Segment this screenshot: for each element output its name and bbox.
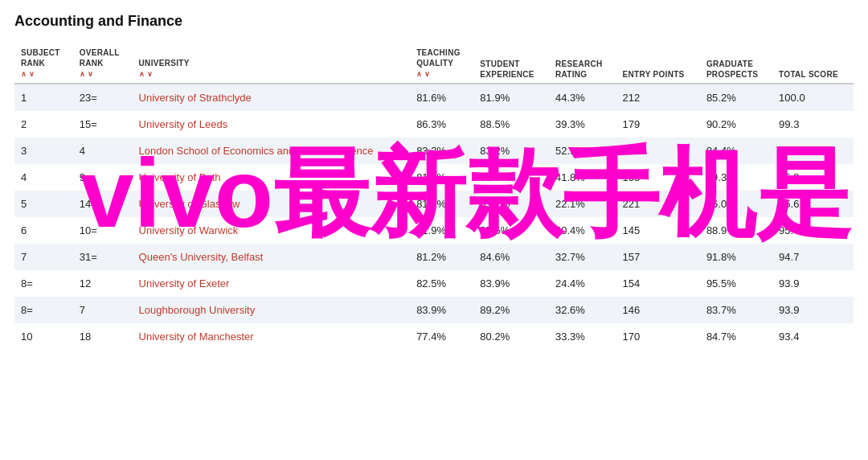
table-row: 8=12University of Exeter82.5%83.9%24.4%1… [14,270,854,297]
cell-total-score: 93.9 [772,270,854,297]
cell-research-rating: 22.1% [549,191,616,217]
university-link[interactable]: London School of Economics and Political… [139,145,374,157]
cell-university[interactable]: University of Glasgow [133,191,411,217]
cell-subject-rank: 10 [14,323,73,350]
cell-student-experience: 84.6% [473,244,549,270]
university-link[interactable]: University of Leeds [139,118,228,130]
cell-total-score: 99.3 [772,111,854,138]
cell-research-rating: 40.4% [549,217,616,244]
cell-graduate-prospects: 76.0% [700,191,772,217]
cell-total-score: 95.6 [772,191,854,217]
university-link[interactable]: University of Glasgow [139,198,240,210]
cell-research-rating: 24.4% [549,270,616,297]
cell-student-experience: 88.5% [473,111,549,138]
cell-university[interactable]: University of Leeds [133,111,411,138]
cell-graduate-prospects: 90.2% [700,111,772,138]
cell-teaching-quality: 81.2% [410,244,473,270]
col-university: UNIVERSITY ∧ ∨ [133,43,411,84]
sort-arrows-teaching-quality[interactable]: ∧ ∨ [416,70,430,80]
col-research-rating: RESEARCHRATING [549,43,616,84]
cell-subject-rank: 8= [14,297,73,323]
cell-total-score: 97.7 [772,138,854,164]
cell-entry-points: 179 [616,111,700,138]
cell-university[interactable]: University of Warwick [133,217,411,244]
cell-subject-rank: 8= [14,270,73,297]
table-row: 123=University of Strathclyde81.6%81.9%4… [14,84,854,111]
cell-teaching-quality: 83.2% [410,138,473,164]
cell-student-experience: 85.1% [473,191,549,217]
cell-subject-rank: 6 [14,217,73,244]
cell-teaching-quality: 77.4% [410,323,473,350]
university-link[interactable]: Queen's University, Belfast [139,251,264,263]
cell-total-score: 93.9 [772,297,854,323]
sort-arrows-overall-rank[interactable]: ∧ ∨ [80,70,93,80]
university-link[interactable]: University of Exeter [139,277,230,290]
table-row: 1018University of Manchester77.4%80.2%33… [14,323,854,350]
cell-teaching-quality: 81.0% [410,164,473,191]
cell-university[interactable]: Queen's University, Belfast [133,244,411,270]
cell-entry-points: 212 [616,84,700,111]
sort-arrows-subject-rank[interactable]: ∧ ∨ [21,70,35,80]
cell-student-experience: 85.5% [473,217,549,244]
cell-university[interactable]: London School of Economics and Political… [133,138,411,164]
cell-overall-rank: 14 [73,191,133,217]
table-row: 49University of Bath81.0%82.9%41.8%16389… [14,164,854,191]
sort-arrows-university[interactable]: ∧ ∨ [139,70,153,80]
page-title: Accounting and Finance [14,13,854,30]
university-link[interactable]: Loughborough University [139,304,256,316]
cell-graduate-prospects: 91.8% [700,244,772,270]
cell-total-score: 95.4 [772,217,854,244]
cell-entry-points: 157 [616,244,700,270]
university-link[interactable]: University of Bath [139,171,221,183]
cell-university[interactable]: University of Exeter [133,270,411,297]
table-row: 8=7Loughborough University83.9%89.2%32.6… [14,297,854,323]
table-row: 215=University of Leeds86.3%88.5%39.3%17… [14,111,854,138]
university-link[interactable]: University of Warwick [139,224,239,236]
cell-graduate-prospects: 95.5% [700,270,772,297]
cell-overall-rank: 23= [73,84,133,111]
university-link[interactable]: University of Manchester [139,331,254,343]
cell-teaching-quality: 81.5% [410,191,473,217]
cell-subject-rank: 1 [14,84,73,111]
cell-overall-rank: 10= [73,217,133,244]
cell-university[interactable]: University of Manchester [133,323,411,350]
cell-subject-rank: 3 [14,138,73,164]
cell-graduate-prospects: 85.2% [700,84,772,111]
cell-graduate-prospects: 88.9% [700,217,772,244]
university-link[interactable]: University of Strathclyde [139,92,252,104]
cell-overall-rank: 18 [73,323,133,350]
cell-entry-points: 154 [616,270,700,297]
cell-student-experience: 81.9% [473,84,549,111]
cell-student-experience: 83.2% [473,138,549,164]
cell-student-experience: 80.2% [473,323,549,350]
col-subject-rank: SUBJECTRANK ∧ ∨ [14,43,73,84]
cell-university[interactable]: University of Bath [133,164,411,191]
cell-student-experience: 83.9% [473,270,549,297]
cell-teaching-quality: 81.6% [410,84,473,111]
rankings-table: SUBJECTRANK ∧ ∨ OVERALLRANK ∧ ∨ UNIVERSI… [14,43,854,350]
col-student-experience: STUDENTEXPERIENCE [473,43,549,84]
cell-graduate-prospects: 94.4% [700,138,772,164]
cell-overall-rank: 4 [73,138,133,164]
cell-entry-points: 146 [616,297,700,323]
cell-research-rating: 32.6% [549,297,616,323]
page-wrapper: Accounting and Finance SUBJECTRANK ∧ ∨ O… [0,0,868,363]
cell-subject-rank: 2 [14,111,73,138]
cell-research-rating: 41.8% [549,164,616,191]
cell-overall-rank: 7 [73,297,133,323]
cell-entry-points: 170 [616,323,700,350]
cell-total-score: 100.0 [772,84,854,111]
cell-university[interactable]: University of Strathclyde [133,84,411,111]
cell-research-rating: 39.3% [549,111,616,138]
cell-university[interactable]: Loughborough University [133,297,411,323]
cell-entry-points: 221 [616,191,700,217]
cell-graduate-prospects: 89.3% [700,164,772,191]
cell-student-experience: 82.9% [473,164,549,191]
col-graduate-prospects: GRADUATEPROSPECTS [700,43,772,84]
col-teaching-quality: TEACHINGQUALITY ∧ ∨ [410,43,473,84]
col-entry-points: ENTRY POINTS [616,43,700,84]
cell-entry-points: 144 [616,138,700,164]
col-total-score: TOTAL SCORE [772,43,854,84]
cell-graduate-prospects: 84.7% [700,323,772,350]
cell-student-experience: 89.2% [473,297,549,323]
